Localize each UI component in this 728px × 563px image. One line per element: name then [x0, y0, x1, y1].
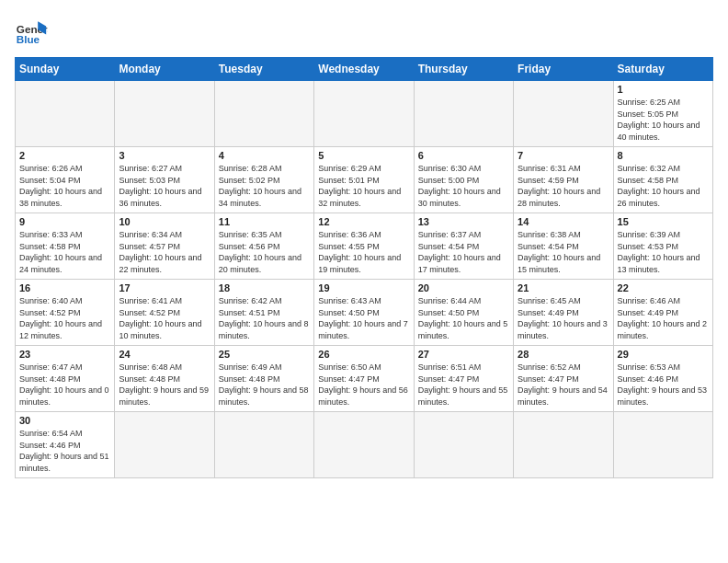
day-number: 17 [119, 282, 210, 293]
day-number: 11 [219, 216, 310, 227]
day-info: Sunrise: 6:27 AM Sunset: 5:03 PM Dayligh… [119, 163, 210, 209]
table-row [613, 412, 712, 478]
day-number: 22 [618, 282, 709, 293]
day-info: Sunrise: 6:46 AM Sunset: 4:49 PM Dayligh… [618, 295, 709, 341]
day-number: 10 [119, 216, 210, 227]
svg-text:Blue: Blue [17, 33, 40, 45]
table-row [514, 81, 613, 147]
day-number: 28 [518, 349, 609, 360]
table-row [414, 412, 513, 478]
day-number: 14 [518, 216, 609, 227]
table-row: 13Sunrise: 6:37 AM Sunset: 4:54 PM Dayli… [414, 213, 513, 280]
day-info: Sunrise: 6:35 AM Sunset: 4:56 PM Dayligh… [219, 229, 310, 275]
table-row: 29Sunrise: 6:53 AM Sunset: 4:46 PM Dayli… [613, 346, 712, 412]
table-row [115, 412, 214, 478]
day-number: 12 [318, 216, 409, 227]
header-saturday: Saturday [613, 58, 712, 81]
day-number: 9 [19, 216, 110, 227]
table-row: 23Sunrise: 6:47 AM Sunset: 4:48 PM Dayli… [16, 346, 115, 412]
day-number: 30 [19, 415, 110, 426]
table-row [115, 81, 214, 147]
table-row: 20Sunrise: 6:44 AM Sunset: 4:50 PM Dayli… [414, 280, 513, 346]
table-row: 6Sunrise: 6:30 AM Sunset: 5:00 PM Daylig… [414, 147, 513, 213]
day-number: 5 [318, 150, 409, 161]
header-wednesday: Wednesday [314, 58, 414, 81]
day-info: Sunrise: 6:33 AM Sunset: 4:58 PM Dayligh… [19, 229, 110, 275]
table-row: 12Sunrise: 6:36 AM Sunset: 4:55 PM Dayli… [314, 213, 414, 280]
day-info: Sunrise: 6:28 AM Sunset: 5:02 PM Dayligh… [219, 163, 310, 209]
table-row: 15Sunrise: 6:39 AM Sunset: 4:53 PM Dayli… [613, 213, 712, 280]
table-row: 2Sunrise: 6:26 AM Sunset: 5:04 PM Daylig… [16, 147, 115, 213]
table-row: 28Sunrise: 6:52 AM Sunset: 4:47 PM Dayli… [514, 346, 613, 412]
day-info: Sunrise: 6:53 AM Sunset: 4:46 PM Dayligh… [618, 362, 709, 408]
table-row [314, 412, 414, 478]
header-thursday: Thursday [414, 58, 513, 81]
table-row: 1Sunrise: 6:25 AM Sunset: 5:05 PM Daylig… [613, 81, 712, 147]
day-info: Sunrise: 6:44 AM Sunset: 4:50 PM Dayligh… [418, 295, 509, 341]
calendar-week-row: 1Sunrise: 6:25 AM Sunset: 5:05 PM Daylig… [16, 81, 713, 147]
table-row: 21Sunrise: 6:45 AM Sunset: 4:49 PM Dayli… [514, 280, 613, 346]
day-number: 24 [119, 349, 210, 360]
day-number: 15 [618, 216, 709, 227]
header: General Blue [15, 15, 713, 48]
table-row: 7Sunrise: 6:31 AM Sunset: 4:59 PM Daylig… [514, 147, 613, 213]
day-number: 25 [219, 349, 310, 360]
table-row [314, 81, 414, 147]
day-number: 1 [618, 84, 709, 95]
table-row: 16Sunrise: 6:40 AM Sunset: 4:52 PM Dayli… [16, 280, 115, 346]
table-row: 25Sunrise: 6:49 AM Sunset: 4:48 PM Dayli… [214, 346, 313, 412]
table-row: 18Sunrise: 6:42 AM Sunset: 4:51 PM Dayli… [214, 280, 313, 346]
day-info: Sunrise: 6:37 AM Sunset: 4:54 PM Dayligh… [418, 229, 509, 275]
table-row [414, 81, 513, 147]
table-row: 4Sunrise: 6:28 AM Sunset: 5:02 PM Daylig… [214, 147, 313, 213]
day-info: Sunrise: 6:51 AM Sunset: 4:47 PM Dayligh… [418, 362, 509, 408]
calendar-week-row: 30Sunrise: 6:54 AM Sunset: 4:46 PM Dayli… [16, 412, 713, 478]
calendar-week-row: 9Sunrise: 6:33 AM Sunset: 4:58 PM Daylig… [16, 213, 713, 280]
day-info: Sunrise: 6:26 AM Sunset: 5:04 PM Dayligh… [19, 163, 110, 209]
calendar-header-row: Sunday Monday Tuesday Wednesday Thursday… [16, 58, 713, 81]
table-row: 26Sunrise: 6:50 AM Sunset: 4:47 PM Dayli… [314, 346, 414, 412]
day-info: Sunrise: 6:47 AM Sunset: 4:48 PM Dayligh… [19, 362, 110, 408]
day-info: Sunrise: 6:49 AM Sunset: 4:48 PM Dayligh… [219, 362, 310, 408]
day-info: Sunrise: 6:32 AM Sunset: 4:58 PM Dayligh… [618, 163, 709, 209]
page: General Blue Sunday Monday Tuesday Wedne… [0, 0, 728, 563]
day-info: Sunrise: 6:40 AM Sunset: 4:52 PM Dayligh… [19, 295, 110, 341]
day-number: 6 [418, 150, 509, 161]
calendar-week-row: 16Sunrise: 6:40 AM Sunset: 4:52 PM Dayli… [16, 280, 713, 346]
day-number: 23 [19, 349, 110, 360]
calendar-table: Sunday Monday Tuesday Wednesday Thursday… [15, 57, 713, 478]
table-row: 10Sunrise: 6:34 AM Sunset: 4:57 PM Dayli… [115, 213, 214, 280]
day-info: Sunrise: 6:48 AM Sunset: 4:48 PM Dayligh… [119, 362, 210, 408]
day-info: Sunrise: 6:43 AM Sunset: 4:50 PM Dayligh… [318, 295, 409, 341]
day-number: 8 [618, 150, 709, 161]
header-tuesday: Tuesday [214, 58, 313, 81]
day-info: Sunrise: 6:54 AM Sunset: 4:46 PM Dayligh… [19, 428, 110, 474]
logo-icon: General Blue [15, 15, 48, 48]
day-number: 3 [119, 150, 210, 161]
day-info: Sunrise: 6:31 AM Sunset: 4:59 PM Dayligh… [518, 163, 609, 209]
day-info: Sunrise: 6:39 AM Sunset: 4:53 PM Dayligh… [618, 229, 709, 275]
table-row: 5Sunrise: 6:29 AM Sunset: 5:01 PM Daylig… [314, 147, 414, 213]
table-row: 30Sunrise: 6:54 AM Sunset: 4:46 PM Dayli… [16, 412, 115, 478]
day-info: Sunrise: 6:52 AM Sunset: 4:47 PM Dayligh… [518, 362, 609, 408]
day-number: 13 [418, 216, 509, 227]
day-number: 27 [418, 349, 509, 360]
day-number: 16 [19, 282, 110, 293]
calendar-week-row: 2Sunrise: 6:26 AM Sunset: 5:04 PM Daylig… [16, 147, 713, 213]
table-row [214, 412, 313, 478]
table-row: 9Sunrise: 6:33 AM Sunset: 4:58 PM Daylig… [16, 213, 115, 280]
table-row: 3Sunrise: 6:27 AM Sunset: 5:03 PM Daylig… [115, 147, 214, 213]
header-sunday: Sunday [16, 58, 115, 81]
table-row: 8Sunrise: 6:32 AM Sunset: 4:58 PM Daylig… [613, 147, 712, 213]
day-info: Sunrise: 6:29 AM Sunset: 5:01 PM Dayligh… [318, 163, 409, 209]
day-number: 18 [219, 282, 310, 293]
day-number: 21 [518, 282, 609, 293]
table-row: 27Sunrise: 6:51 AM Sunset: 4:47 PM Dayli… [414, 346, 513, 412]
day-number: 7 [518, 150, 609, 161]
day-info: Sunrise: 6:36 AM Sunset: 4:55 PM Dayligh… [318, 229, 409, 275]
table-row: 24Sunrise: 6:48 AM Sunset: 4:48 PM Dayli… [115, 346, 214, 412]
table-row [16, 81, 115, 147]
table-row: 17Sunrise: 6:41 AM Sunset: 4:52 PM Dayli… [115, 280, 214, 346]
day-number: 26 [318, 349, 409, 360]
table-row: 19Sunrise: 6:43 AM Sunset: 4:50 PM Dayli… [314, 280, 414, 346]
